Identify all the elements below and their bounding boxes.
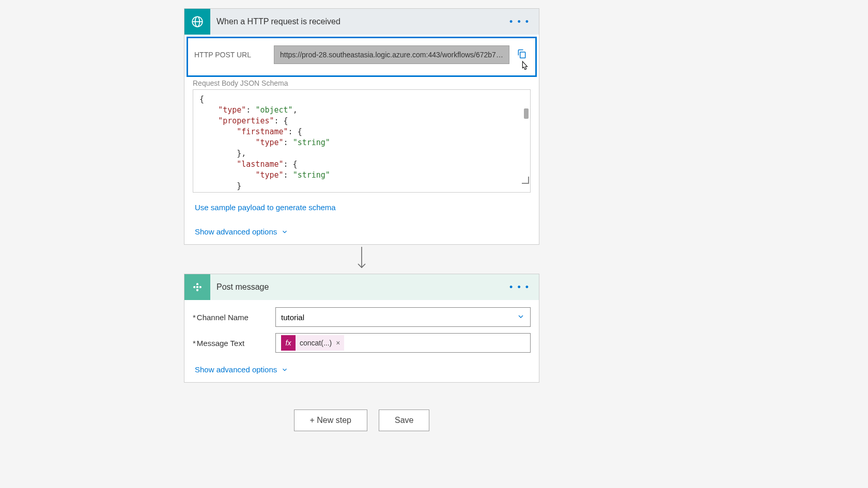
channel-name-label: *Channel Name bbox=[193, 313, 269, 322]
logic-app-designer: When a HTTP request is received • • • HT… bbox=[184, 8, 539, 431]
chevron-down-icon bbox=[281, 228, 288, 235]
http-trigger-title: When a HTTP request is received bbox=[210, 17, 506, 26]
http-icon bbox=[184, 9, 210, 35]
http-post-url-label: HTTP POST URL bbox=[194, 51, 267, 59]
http-post-url-value[interactable]: https://prod-28.southeastasia.logic.azur… bbox=[274, 45, 509, 64]
message-text-row: *Message Text fx concat(...) × bbox=[184, 330, 539, 356]
message-text-input[interactable]: fx concat(...) × bbox=[275, 333, 531, 353]
http-trigger-header[interactable]: When a HTTP request is received • • • bbox=[184, 9, 539, 35]
post-message-card: Post message • • • *Channel Name tutoria… bbox=[184, 274, 539, 383]
copy-icon bbox=[517, 49, 527, 59]
http-card-menu-button[interactable]: • • • bbox=[506, 14, 533, 29]
post-message-header[interactable]: Post message • • • bbox=[184, 274, 539, 300]
channel-name-row: *Channel Name tutorial bbox=[184, 304, 539, 330]
chevron-down-icon bbox=[517, 312, 525, 322]
expression-token[interactable]: fx concat(...) × bbox=[281, 335, 344, 351]
http-trigger-card: When a HTTP request is received • • • HT… bbox=[184, 8, 539, 245]
save-button[interactable]: Save bbox=[379, 410, 429, 431]
schema-textarea[interactable]: { "type": "object", "properties": { "fir… bbox=[193, 89, 531, 193]
copy-url-button[interactable] bbox=[517, 49, 529, 61]
footer-buttons: + New step Save bbox=[184, 410, 539, 431]
sample-payload-link[interactable]: Use sample payload to generate schema bbox=[184, 198, 346, 217]
fx-icon: fx bbox=[281, 335, 296, 351]
new-step-button[interactable]: + New step bbox=[294, 410, 367, 431]
show-advanced-trigger-link[interactable]: Show advanced options bbox=[184, 222, 299, 241]
post-message-menu-button[interactable]: • • • bbox=[506, 280, 533, 295]
message-text-label: *Message Text bbox=[193, 339, 269, 348]
svg-rect-3 bbox=[520, 52, 525, 58]
post-message-title: Post message bbox=[210, 282, 506, 292]
chevron-down-icon bbox=[281, 366, 288, 373]
channel-name-select[interactable]: tutorial bbox=[275, 307, 531, 327]
slack-icon bbox=[184, 274, 210, 300]
arrow-down-icon bbox=[355, 247, 368, 271]
schema-label: Request Body JSON Schema bbox=[184, 77, 539, 89]
token-remove-button[interactable]: × bbox=[335, 339, 344, 347]
schema-scrollbar[interactable] bbox=[524, 108, 529, 119]
schema-resize-handle[interactable] bbox=[522, 177, 529, 184]
http-post-url-section: HTTP POST URL https://prod-28.southeasta… bbox=[187, 37, 537, 77]
show-advanced-action-link[interactable]: Show advanced options bbox=[184, 360, 299, 379]
connector-arrow bbox=[184, 245, 539, 274]
